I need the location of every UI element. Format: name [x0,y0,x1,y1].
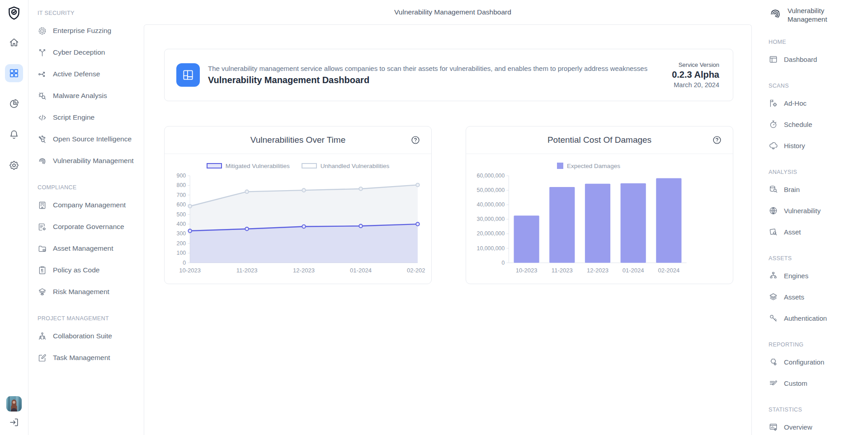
document-gear-icon [38,222,47,232]
chart-body: Mitigated VulnerabilitiesUnhandled Vulne… [165,154,431,278]
section-label-it-security: IT SECURITY [38,10,140,16]
sidebar-item-ad-hoc[interactable]: Ad-Hoc [769,93,865,114]
legend-item-expected-damages[interactable]: Expected Damages [557,163,620,169]
svg-text:11-2023: 11-2023 [236,267,258,274]
svg-text:01-2024: 01-2024 [623,267,644,274]
bell-icon [9,129,19,140]
svg-text:900: 900 [177,173,186,179]
sidebar-item-label: Authentication [784,314,827,322]
legend-label: Unhandled Vulnerabilities [321,163,390,169]
rail-nav [5,21,23,174]
charts-row: Vulnerabilities Over Time Mitigated Vuln… [164,126,733,284]
sidebar-item-label: Task Management [53,354,110,362]
sidebar-item-label: Malware Analysis [53,92,107,100]
fingerprint-icon [769,7,782,20]
folder-icon [38,244,47,253]
pen-lines-icon [769,379,778,388]
svg-text:0: 0 [501,260,505,266]
brand: Vulnerability Management [769,6,865,26]
rail-item-analytics[interactable] [5,95,23,113]
rail-item-notifications[interactable] [5,126,23,144]
sidebar-item-risk-management[interactable]: Risk Management [38,281,140,303]
sidebar-item-vulnerability[interactable]: Vulnerability [769,200,865,221]
svg-text:400: 400 [177,221,186,227]
left-rail [0,0,28,435]
svg-text:500: 500 [177,211,186,218]
sidebar-item-label: Custom [784,379,807,387]
sidebar-item-active-defense[interactable]: Active Defense [38,63,140,85]
sidebar-item-schedule[interactable]: Schedule [769,114,865,135]
sidebar-item-policy-as-code[interactable]: Policy as Code [38,259,140,281]
legend-item-mitigated-vulnerabilities[interactable]: Mitigated Vulnerabilities [207,163,290,169]
left-sidebar: IT SECURITYEnterprise FuzzingCyber Decep… [28,0,144,435]
sidebar-item-label: History [784,142,805,150]
help-icon[interactable] [712,135,722,145]
sidebar-item-open-source-intelligence[interactable]: Open Source Intelligence [38,128,140,150]
layers-icon [769,292,778,302]
sidebar-item-label: Collaboration Suite [53,332,112,340]
rail-item-settings[interactable] [5,156,23,174]
sidebar-item-engines[interactable]: Engines [769,265,865,286]
section-label-assets: ASSETS [769,255,865,262]
edit-square-icon [38,353,47,363]
sidebar-item-dashboard[interactable]: Dashboard [769,49,865,70]
sidebar-item-label: Engines [784,272,808,280]
sidebar-item-custom[interactable]: Custom [769,373,865,394]
flow-icon [38,70,47,79]
layers-eye-icon [38,287,47,297]
legend-item-unhandled-vulnerabilities[interactable]: Unhandled Vulnerabilities [302,163,390,169]
svg-text:02-2024: 02-2024 [407,267,425,274]
sidebar-item-task-management[interactable]: Task Management [38,347,140,369]
sidebar-item-malware-analysis[interactable]: Malware Analysis [38,85,140,107]
sidebar-item-configuration[interactable]: Configuration [769,351,865,373]
sidebar-item-script-engine[interactable]: Script Engine [38,107,140,128]
section-label-scans: SCANS [769,83,865,89]
sidebar-item-asset-management[interactable]: Asset Management [38,238,140,259]
info-text: The vulnerability management service all… [208,65,664,85]
brand-line2: Management [788,15,827,23]
sidebar-item-cyber-deception[interactable]: Cyber Deception [38,42,140,63]
chart-body: Expected Damages 010,000,00020,000,00030… [466,154,733,278]
sidebar-item-label: Active Defense [53,70,100,78]
key-icon [769,313,778,323]
rail-item-home[interactable] [5,33,23,51]
bug-search-icon [38,91,47,101]
section-label-compliance: COMPLIANCE [38,184,140,191]
code-icon [38,113,47,122]
logout-icon[interactable] [9,417,19,428]
sidebar-item-label: Asset Management [53,244,113,253]
sidebar-item-vulnerability-management[interactable]: Vulnerability Management [38,150,140,172]
chart-card-potential-cost-of-damages: Potential Cost Of Damages Expected Damag… [466,126,733,284]
brand-title: Vulnerability Management [788,6,827,23]
sidebar-item-overview[interactable]: Overview [769,416,865,435]
right-sidebar: Vulnerability Management HOMEDashboardSC… [762,0,868,435]
sidebar-item-label: Vulnerability [784,207,821,215]
info-description: The vulnerability management service all… [208,65,664,72]
box-search-icon [769,227,778,237]
svg-text:12-2023: 12-2023 [293,267,315,274]
sidebar-item-assets[interactable]: Assets [769,286,865,308]
sidebar-item-asset[interactable]: Asset [769,221,865,243]
rail-item-dashboard[interactable] [5,64,23,82]
user-avatar[interactable] [6,396,22,412]
section-label-home: HOME [769,39,865,45]
right-nav: HOMEDashboardSCANSAd-HocScheduleHistoryA… [769,39,865,435]
stopwatch-icon [769,120,778,129]
svg-text:100: 100 [177,250,186,256]
branch-icon [38,48,47,57]
version-value: 0.2.3 Alpha [672,70,719,80]
sidebar-item-label: Ad-Hoc [784,99,807,107]
sidebar-item-enterprise-fuzzing[interactable]: Enterprise Fuzzing [38,20,140,42]
sidebar-item-label: Company Management [53,201,126,209]
sidebar-item-brain[interactable]: Brain [769,179,865,200]
sidebar-item-label: Corporate Governance [53,223,124,231]
sidebar-item-collaboration-suite[interactable]: Collaboration Suite [38,325,140,347]
sidebar-item-authentication[interactable]: Authentication [769,308,865,329]
sidebar-item-company-management[interactable]: Company Management [38,194,140,216]
sidebar-item-corporate-governance[interactable]: Corporate Governance [38,216,140,238]
sidebar-item-label: Overview [784,423,812,431]
help-icon[interactable] [410,135,420,145]
sidebar-item-history[interactable]: History [769,135,865,156]
svg-text:10,000,000: 10,000,000 [477,245,505,252]
cloud-history-icon [769,141,778,150]
